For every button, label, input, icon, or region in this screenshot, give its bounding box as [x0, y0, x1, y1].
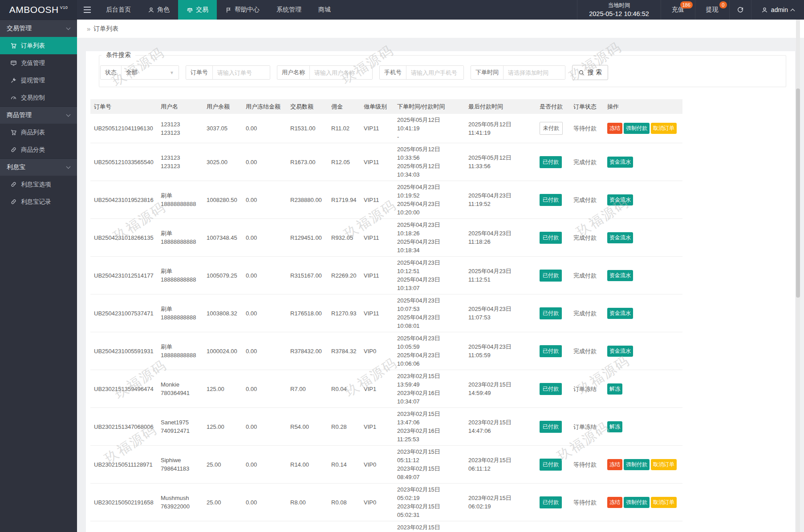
withdraw-count-badge: 0: [719, 1, 727, 8]
cancel-order-button[interactable]: 取消订单: [651, 123, 677, 134]
cell-balance: 3037.05: [203, 114, 242, 143]
freeze-button[interactable]: 冻结: [607, 459, 622, 470]
cell-level: VIP11: [360, 114, 394, 143]
chevron-up-icon: [791, 8, 795, 13]
paid-status-badge: 未付款: [540, 122, 563, 135]
cell-paid: 已付款: [536, 446, 570, 484]
hamburger-menu-icon[interactable]: [77, 0, 97, 20]
cancel-order-button[interactable]: 取消订单: [651, 497, 677, 508]
cell-balance: 25.00: [203, 484, 242, 521]
link-icon: [10, 146, 17, 153]
search-button[interactable]: 搜 索: [572, 65, 608, 80]
force-pay-button[interactable]: 强制付款: [624, 497, 650, 508]
sidebar-group-goods-manage[interactable]: 商品管理: [0, 106, 77, 124]
withdraw-button[interactable]: 提现 0: [695, 0, 730, 20]
nav-item-home[interactable]: 后台首页: [97, 0, 139, 20]
nav-item-roles[interactable]: 角色: [139, 0, 178, 20]
phone-label: 手机号: [380, 66, 406, 79]
sidebar-item-order-list[interactable]: 订单列表: [0, 37, 77, 54]
force-pay-button[interactable]: 强制付款: [624, 123, 650, 134]
table-row: UB2302150502191658Mushmush76392200025.00…: [90, 484, 682, 521]
paid-status-badge: 已付款: [540, 194, 562, 206]
recharge-button[interactable]: 充值 186: [661, 0, 695, 20]
status-select[interactable]: 全部 ▼: [122, 66, 179, 79]
fund-flow-button[interactable]: 资金流水: [607, 232, 633, 243]
refresh-icon[interactable]: [730, 0, 751, 20]
cell-order-status: 完成付款: [570, 257, 604, 294]
freeze-button[interactable]: 冻结: [607, 497, 622, 508]
cell-order-time: 2025年04月23日 10:05:592025年04月23日 10:06:06: [394, 332, 465, 370]
paid-status-badge: 已付款: [540, 421, 562, 433]
fund-flow-button[interactable]: 资金流水: [607, 308, 633, 319]
sidebar-item-withdraw-manage[interactable]: 提现管理: [0, 72, 77, 89]
nav-item-help-center[interactable]: 帮助中心: [217, 0, 268, 20]
cell-frozen-amount: 0.00: [242, 143, 287, 181]
unfreeze-button[interactable]: 解冻: [607, 421, 622, 432]
cell-level: VIP1: [360, 370, 394, 408]
recharge-count-badge: 186: [680, 1, 693, 8]
sidebar-group-lixibao[interactable]: 利息宝: [0, 158, 77, 176]
phone-input[interactable]: [406, 66, 463, 79]
cell-level: VIP0: [360, 484, 394, 521]
cell-commission: R12.05: [328, 143, 360, 181]
cell-frozen-amount: 0.00: [242, 294, 287, 332]
order-time-label: 下单时间: [471, 66, 504, 79]
sidebar-item-recharge-manage[interactable]: 充值管理: [0, 54, 77, 72]
orders-table-wrap: 订单号用户名用户余额用户冻结金额交易数额佣金做单级别下单时间/付款时间最后付款时…: [90, 99, 791, 532]
chevron-down-icon: [66, 165, 71, 169]
col-header-frozen-amount: 用户冻结金额: [242, 99, 287, 114]
order-no-input[interactable]: [213, 66, 270, 79]
cell-trade-amount: R129451.00: [287, 219, 328, 257]
cell-order-time: 2023年02月15日 05:11:122023年02月15日 08:49:07: [394, 446, 465, 484]
username-input[interactable]: [310, 66, 372, 79]
cell-level: VIP0: [360, 332, 394, 370]
cell-order-status: 完成付款: [570, 143, 604, 181]
sidebar-item-lixibao-options[interactable]: 利息宝选项: [0, 176, 77, 193]
cell-paid: 已付款: [536, 408, 570, 446]
fund-flow-button[interactable]: 资金流水: [607, 194, 633, 206]
cell-order-status: 等待付款: [570, 521, 604, 532]
breadcrumb-arrows-icon: »: [87, 25, 90, 32]
paid-status-badge: 已付款: [540, 270, 562, 282]
fund-flow-button[interactable]: 资金流水: [607, 346, 633, 357]
chevron-down-icon: [66, 26, 71, 30]
cell-order-time: 2025年05月12日 10:41:19-: [394, 114, 465, 143]
sidebar-item-goods-category[interactable]: 商品分类: [0, 141, 77, 158]
freeze-button[interactable]: 冻结: [607, 123, 622, 134]
nav-item-trade[interactable]: 交易: [178, 0, 217, 20]
col-header-level: 做单级别: [360, 99, 394, 114]
sidebar-group-trade-manage[interactable]: 交易管理: [0, 20, 77, 37]
cell-last-pay-time: 2023年02月15日 06:02:19: [465, 484, 536, 521]
cell-order-time: 2025年04月23日 10:19:522025年04月23日 10:20:00: [394, 181, 465, 219]
cell-order-id: UB2504231012514177: [90, 257, 157, 294]
table-row: UB2302150454183095Fikile Zitha6633622562…: [90, 521, 682, 532]
cell-username: 刷单18888888888: [157, 332, 203, 370]
scrollbar-thumb[interactable]: [796, 89, 800, 298]
cell-order-id: UB2504231018266135: [90, 219, 157, 257]
fund-flow-button[interactable]: 资金流水: [607, 157, 633, 168]
sidebar-item-trade-control[interactable]: 交易控制: [0, 89, 77, 106]
cell-balance: 1003808.32: [203, 294, 242, 332]
order-time-input[interactable]: [504, 66, 565, 79]
nav-item-mall[interactable]: 商城: [310, 0, 339, 20]
cell-trade-amount: R8.00: [287, 484, 328, 521]
cell-last-pay-time: 2023年02月15日 05:54:18: [465, 521, 536, 532]
cell-commission: R0.14: [328, 446, 360, 484]
force-pay-button[interactable]: 强制付款: [624, 459, 650, 470]
sidebar-item-goods-list[interactable]: 商品列表: [0, 124, 77, 141]
col-header-order-id: 订单号: [90, 99, 157, 114]
sidebar-item-lixibao-records[interactable]: 利息宝记录: [0, 193, 77, 210]
local-time-value: 2025-05-12 10:46:52: [589, 10, 649, 18]
cancel-order-button[interactable]: 取消订单: [651, 459, 677, 470]
cell-actions: 资金流水: [604, 143, 682, 181]
cell-commission: R3784.32: [328, 332, 360, 370]
nav-item-system-manage[interactable]: 系统管理: [268, 0, 310, 20]
unfreeze-button[interactable]: 解冻: [607, 383, 622, 395]
cell-actions: 冻结强制付款取消订单: [604, 114, 682, 143]
cell-balance: 1005079.25: [203, 257, 242, 294]
vertical-scrollbar: [796, 20, 800, 532]
user-menu[interactable]: admin: [751, 0, 804, 20]
fund-flow-button[interactable]: 资金流水: [607, 270, 633, 281]
card-icon: [10, 60, 17, 66]
cell-frozen-amount: 0.00: [242, 484, 287, 521]
